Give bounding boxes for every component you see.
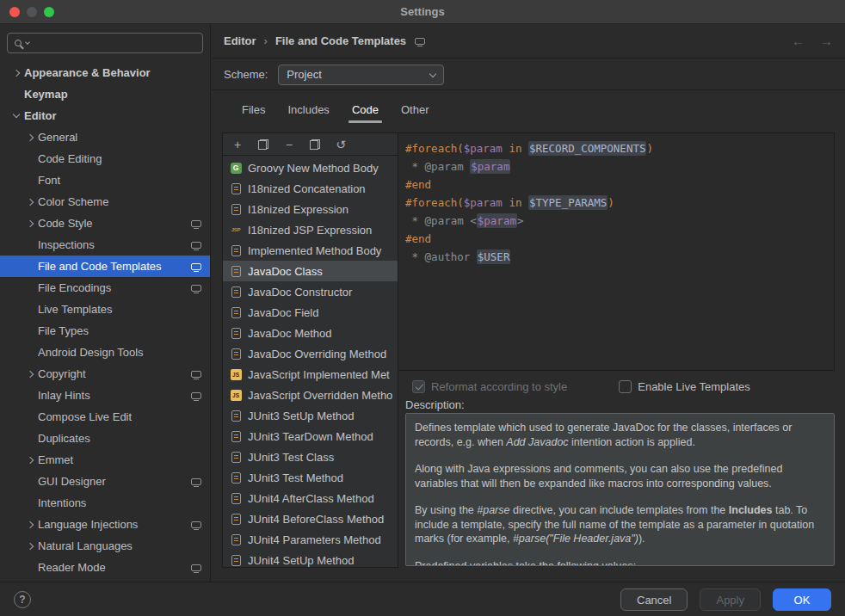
sidebar-item-natural-languages[interactable]: Natural Languages	[0, 535, 210, 557]
sidebar-item-reader-mode[interactable]: Reader Mode	[0, 557, 210, 578]
breadcrumb-item-editor[interactable]: Editor	[224, 34, 256, 47]
template-item-i18nized-expression[interactable]: I18nized Expression	[223, 199, 398, 219]
template-item-javadoc-constructor[interactable]: JavaDoc Constructor	[223, 281, 398, 302]
template-icon	[230, 244, 242, 256]
template-item-junit4-parameters-method[interactable]: JUnit4 Parameters Method	[223, 529, 398, 550]
template-icon	[230, 410, 242, 422]
sidebar-item-live-templates[interactable]: Live Templates	[0, 299, 210, 320]
sidebar-item-keymap[interactable]: Keymap	[0, 83, 210, 105]
sidebar-item-code-editing[interactable]: Code Editing	[0, 148, 210, 169]
template-item-groovy-new-method-body[interactable]: GGroovy New Method Body	[223, 157, 398, 178]
template-item-junit3-teardown-method[interactable]: JUnit3 TearDown Method	[223, 426, 398, 447]
sidebar-item-label: Intentions	[38, 496, 86, 509]
chevron-right-icon[interactable]	[27, 521, 34, 527]
template-item-javadoc-method[interactable]: JavaDoc Method	[223, 323, 398, 343]
sidebar-item-inlay-hints[interactable]: Inlay Hints	[0, 385, 210, 406]
sidebar-item-file-types[interactable]: File Types	[0, 320, 210, 342]
chevron-right-icon[interactable]	[27, 456, 34, 463]
template-icon	[230, 513, 242, 525]
sidebar-item-file-encodings[interactable]: File Encodings	[0, 277, 210, 299]
sidebar-item-label: Live Templates	[38, 303, 112, 316]
forward-button[interactable]: →	[820, 34, 833, 48]
remove-template-icon[interactable]: −	[283, 139, 295, 151]
back-button[interactable]: ←	[792, 34, 805, 48]
duplicate-template-icon[interactable]	[309, 139, 321, 151]
template-item-i18nized-concatenation[interactable]: I18nized Concatenation	[223, 178, 398, 199]
template-item-javadoc-field[interactable]: JavaDoc Field	[223, 302, 398, 323]
scheme-label: Scheme:	[224, 68, 268, 81]
template-item-javascript-implemented-met[interactable]: JSJavaScript Implemented Met	[223, 364, 398, 385]
template-item-junit3-test-method[interactable]: JUnit3 Test Method	[223, 467, 398, 488]
sidebar-item-label: Color Scheme	[38, 195, 108, 208]
scheme-dropdown[interactable]: Project	[278, 65, 444, 85]
template-item-javadoc-class[interactable]: JavaDoc Class	[223, 261, 398, 281]
zoom-button[interactable]	[44, 7, 54, 17]
template-item-junit4-afterclass-method[interactable]: JUnit4 AfterClass Method	[223, 488, 398, 508]
template-item-junit3-setup-method[interactable]: JUnit3 SetUp Method	[223, 405, 398, 426]
search-input[interactable]	[7, 33, 203, 53]
sidebar-item-code-style[interactable]: Code Style	[0, 213, 210, 234]
template-item-i18nized-jsp-expression[interactable]: JSPI18nized JSP Expression	[223, 219, 398, 240]
chevron-right-icon[interactable]	[27, 219, 34, 226]
template-icon	[230, 492, 242, 504]
description-paragraph: Along with Java expressions and comments…	[415, 462, 825, 490]
tab-code[interactable]: Code	[341, 103, 390, 126]
sidebar-item-language-injections[interactable]: Language Injections	[0, 514, 210, 535]
template-item-label: JUnit3 TearDown Method	[248, 430, 373, 443]
chevron-right-icon[interactable]	[13, 69, 20, 76]
help-button[interactable]: ?	[14, 591, 31, 608]
sidebar-item-editor[interactable]: Editor	[0, 105, 210, 126]
sidebar-item-label: Reader Mode	[38, 561, 106, 574]
sidebar-item-color-scheme[interactable]: Color Scheme	[0, 191, 210, 213]
question-mark-icon: ?	[19, 594, 25, 606]
chevron-right-icon[interactable]	[27, 370, 34, 377]
sidebar-item-intentions[interactable]: Intentions	[0, 492, 210, 514]
template-item-implemented-method-body[interactable]: Implemented Method Body	[223, 240, 398, 261]
reformat-label: Reformat according to style	[431, 380, 567, 393]
sidebar-item-appearance-behavior[interactable]: Appearance & Behavior	[0, 62, 210, 83]
sidebar-item-duplicates[interactable]: Duplicates	[0, 428, 210, 449]
tab-includes[interactable]: Includes	[276, 103, 340, 126]
sidebar-item-label: Inspections	[38, 238, 95, 251]
templates-content: +−↺ GGroovy New Method BodyI18nized Conc…	[222, 126, 835, 568]
reset-to-default-icon[interactable]: ↺	[335, 139, 347, 151]
sidebar-item-file-and-code-templates[interactable]: File and Code Templates	[0, 256, 210, 277]
sidebar-item-emmet[interactable]: Emmet	[0, 449, 210, 471]
template-editor[interactable]: #foreach($param in $RECORD_COMPONENTS) *…	[398, 132, 835, 371]
chevron-right-icon[interactable]	[27, 133, 34, 140]
live-templates-label: Enable Live Templates	[638, 380, 750, 393]
chevron-right-icon[interactable]	[27, 198, 34, 205]
scheme-value: Project	[287, 68, 321, 81]
template-item-junit4-setup-method[interactable]: JUnit4 SetUp Method	[223, 550, 398, 568]
chevron-down-icon[interactable]	[13, 111, 20, 118]
sidebar-item-gui-designer[interactable]: GUI Designer	[0, 471, 210, 492]
add-template-icon[interactable]: +	[231, 139, 244, 151]
sidebar-item-android-design-tools[interactable]: Android Design Tools	[0, 342, 210, 363]
template-item-junit4-beforeclass-method[interactable]: JUnit4 BeforeClass Method	[223, 508, 398, 529]
template-item-javascript-overridden-metho[interactable]: JSJavaScript Overridden Metho	[223, 385, 398, 405]
sidebar-item-copyright[interactable]: Copyright	[0, 363, 210, 385]
sidebar-item-label: Font	[38, 174, 60, 187]
breadcrumb-separator: ›	[264, 34, 268, 47]
ok-button[interactable]: OK	[773, 588, 831, 611]
close-button[interactable]	[9, 7, 20, 17]
template-item-javadoc-overriding-method[interactable]: JavaDoc Overriding Method	[223, 343, 398, 364]
description-paragraph: By using the #parse directive, you can i…	[415, 503, 825, 546]
template-list-panel: +−↺ GGroovy New Method BodyI18nized Conc…	[222, 132, 398, 568]
override-screen-icon	[191, 263, 201, 270]
sidebar-item-font[interactable]: Font	[0, 169, 210, 191]
override-screen-icon	[191, 285, 201, 292]
tab-other[interactable]: Other	[390, 103, 441, 126]
enable-live-templates-checkbox[interactable]: Enable Live Templates	[619, 380, 750, 393]
template-item-junit3-test-class[interactable]: JUnit3 Test Class	[223, 447, 398, 467]
sidebar-item-inspections[interactable]: Inspections	[0, 234, 210, 256]
sidebar-item-label: Compose Live Edit	[38, 410, 132, 423]
traffic-lights	[9, 7, 54, 17]
tab-files[interactable]: Files	[231, 103, 276, 126]
sidebar-item-compose-live-edit[interactable]: Compose Live Edit	[0, 406, 210, 428]
code-line: #foreach($param in $TYPE_PARAMS)	[405, 194, 827, 212]
copy-template-icon[interactable]	[257, 139, 269, 151]
chevron-right-icon[interactable]	[27, 542, 34, 549]
sidebar-item-general[interactable]: General	[0, 126, 210, 148]
cancel-button[interactable]: Cancel	[620, 588, 688, 611]
